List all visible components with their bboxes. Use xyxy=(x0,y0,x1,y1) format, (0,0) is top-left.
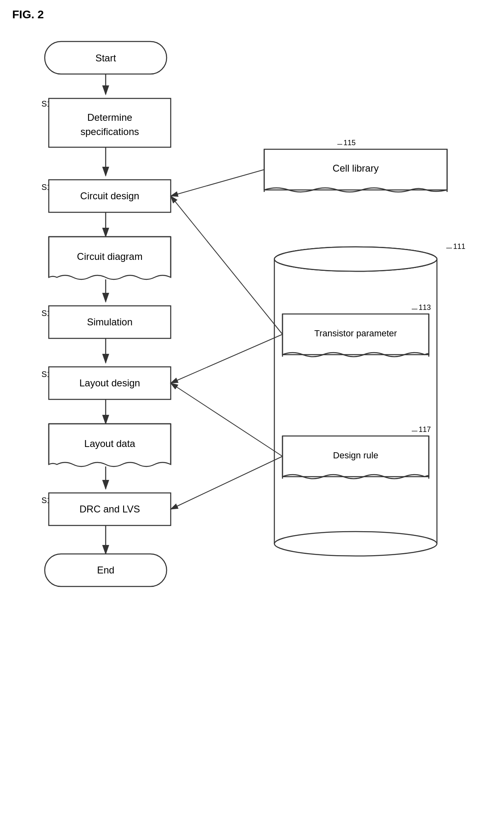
svg-text:DRC and LVS: DRC and LVS xyxy=(80,503,140,514)
svg-text:Determine: Determine xyxy=(87,112,133,123)
svg-rect-4 xyxy=(49,98,171,147)
svg-text:specifications: specifications xyxy=(80,126,139,137)
svg-text:Circuit diagram: Circuit diagram xyxy=(77,251,142,262)
svg-point-52 xyxy=(274,247,437,271)
svg-text:113: 113 xyxy=(419,303,431,312)
svg-text:Transistor parameter: Transistor parameter xyxy=(314,328,397,338)
svg-text:Cell library: Cell library xyxy=(332,163,378,174)
svg-text:End: End xyxy=(97,565,115,575)
svg-line-69 xyxy=(171,334,282,383)
svg-text:Design rule: Design rule xyxy=(333,450,378,460)
svg-line-67 xyxy=(171,383,282,456)
svg-line-65 xyxy=(171,170,264,196)
svg-text:117: 117 xyxy=(419,425,431,434)
svg-text:111: 111 xyxy=(453,242,465,251)
svg-line-68 xyxy=(171,456,282,509)
svg-point-49 xyxy=(274,532,437,556)
svg-text:Layout design: Layout design xyxy=(79,377,140,388)
svg-text:Simulation: Simulation xyxy=(87,316,133,327)
svg-text:115: 115 xyxy=(343,139,356,147)
svg-line-66 xyxy=(171,196,282,334)
fig-title: FIG. 2 xyxy=(12,8,492,21)
svg-text:Start: Start xyxy=(96,52,116,63)
svg-text:Layout data: Layout data xyxy=(84,438,135,449)
svg-text:Circuit design: Circuit design xyxy=(80,190,139,201)
